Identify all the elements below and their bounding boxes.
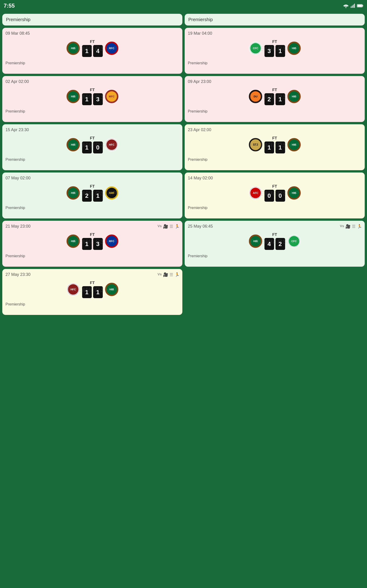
video-icon: 🎥 (163, 272, 168, 277)
score-status: FT (90, 184, 95, 189)
svg-text:AFC: AFC (253, 191, 258, 194)
away-team-logo: MFC (105, 90, 118, 103)
away-score: 2 (275, 238, 285, 250)
card-league: Premiership (6, 302, 179, 306)
score-boxes: 1 0 (82, 141, 103, 153)
matches-container: 09 Mar 08:45 PREMIERSHIP HIB FT 1 4 RFC … (0, 28, 367, 317)
score-area: FT 2 1 (82, 184, 103, 202)
score-status: FT (90, 281, 95, 285)
home-score: 4 (265, 238, 274, 250)
svg-text:HIB: HIB (71, 143, 75, 146)
svg-rect-6 (362, 5, 363, 6)
match-content: PREMIERSHIP CFC FT 3 1 HIB (188, 37, 361, 60)
score-boxes: 4 2 (265, 238, 285, 250)
svg-text:HIB: HIB (253, 240, 258, 242)
svg-text:HIB: HIB (71, 47, 75, 50)
score-area: FT 1 4 (82, 40, 103, 57)
card-league: Premiership (188, 157, 361, 162)
home-score: 1 (82, 45, 92, 57)
match-content: PREMIERSHIP AFC FT 0 0 HIB (188, 182, 361, 205)
card-league: Premiership (6, 206, 179, 210)
away-score: 4 (93, 45, 103, 57)
score-status: FT (90, 233, 95, 237)
video-icon: 🎥 (345, 224, 350, 229)
match-content: PREMIERSHIP HFC FT 1 1 HIB (6, 278, 179, 301)
status-bar: 7:55 (0, 0, 367, 11)
matches-grid: Premiership Premiership (0, 11, 367, 28)
home-team-logo: HIB (67, 234, 80, 248)
score-area: FT 1 0 (82, 136, 103, 153)
card-actions: Vs 🎥 ☰ 🏃 (158, 272, 180, 277)
player-icon: 🏃 (175, 272, 180, 277)
match-card-m5[interactable]: 15 Apr 23:30 PREMIERSHIP HIB FT 1 0 HFC … (2, 124, 182, 170)
home-score: 1 (265, 141, 274, 153)
home-team-logo: HIB (67, 90, 80, 103)
match-date: 15 Apr 23:30 (6, 128, 179, 132)
svg-text:STJ: STJ (253, 143, 258, 146)
match-date: 25 May 06:45 (188, 224, 361, 229)
match-card-m9[interactable]: 21 May 23:00 Vs 🎥 ☰ 🏃 PREMIERSHIP HIB FT… (2, 221, 182, 267)
match-card-m1[interactable]: 09 Mar 08:45 PREMIERSHIP HIB FT 1 4 RFC … (2, 28, 182, 74)
away-score: 0 (275, 190, 285, 202)
match-date: 21 May 23:00 (6, 224, 179, 229)
score-boxes: 1 1 (82, 286, 103, 298)
home-team-logo: HIB (67, 138, 80, 151)
away-team-logo: HIB (287, 138, 301, 151)
player-icon: 🏃 (357, 224, 362, 229)
away-team-logo: HIB (287, 42, 301, 55)
svg-text:MFC: MFC (109, 95, 115, 98)
card-league: Premiership (188, 206, 361, 210)
svg-rect-4 (354, 4, 355, 8)
match-date: 19 Mar 04:00 (188, 31, 361, 36)
home-score: 2 (82, 190, 92, 202)
lineup-icon: ☰ (169, 272, 173, 277)
card-league: Premiership (188, 254, 361, 258)
away-team-logo: RFC (105, 42, 118, 55)
svg-text:RFC: RFC (109, 47, 115, 50)
match-card-m10[interactable]: 25 May 06:45 Vs 🎥 ☰ 🏃 PREMIERSHIP HIB FT… (185, 221, 365, 267)
away-team-logo: CFC (287, 234, 301, 248)
score-boxes: 3 1 (265, 45, 285, 57)
match-card-m2[interactable]: 19 Mar 04:00 PREMIERSHIP CFC FT 3 1 HIB … (185, 28, 365, 74)
score-area: FT 0 0 (265, 184, 285, 202)
svg-text:HIB: HIB (292, 143, 296, 146)
match-date: 09 Mar 08:45 (6, 31, 179, 36)
score-boxes: 1 4 (82, 45, 103, 57)
score-boxes: 1 1 (265, 141, 285, 153)
match-date: 02 Apr 02:00 (6, 79, 179, 84)
match-card-m8[interactable]: 14 May 02:00 PREMIERSHIP AFC FT 0 0 HIB … (185, 173, 365, 218)
match-card-m11[interactable]: 27 May 23:30 Vs 🎥 ☰ 🏃 PREMIERSHIP HFC FT… (2, 269, 182, 315)
svg-text:HFC: HFC (109, 143, 115, 146)
home-score: 1 (82, 238, 92, 250)
battery-icon (357, 4, 363, 8)
away-score: 1 (93, 286, 103, 298)
header-card-left: Premiership (2, 14, 182, 26)
card-league: Premiership (188, 109, 361, 113)
match-content: PREMIERSHIP HIB FT 1 4 RFC (6, 37, 179, 60)
match-card-m4[interactable]: 09 Apr 23:00 PREMIERSHIP DU FT 2 1 HIB P… (185, 76, 365, 122)
match-content: PREMIERSHIP HIB FT 4 2 CFC (188, 230, 361, 253)
status-time: 7:55 (4, 2, 15, 9)
away-team-logo: HIB (287, 90, 301, 103)
svg-text:HIB: HIB (109, 288, 114, 291)
card-actions: Vs 🎥 ☰ 🏃 (158, 224, 180, 229)
home-score: 3 (265, 45, 274, 57)
score-status: FT (272, 233, 277, 237)
svg-text:HIB: HIB (71, 191, 75, 194)
card-league: Premiership (6, 61, 179, 65)
match-card-m6[interactable]: 23 Apr 02:00 PREMIERSHIP STJ FT 1 1 HIB … (185, 124, 365, 170)
away-score: 3 (93, 238, 103, 250)
score-area: FT 1 3 (82, 88, 103, 105)
score-status: FT (90, 136, 95, 141)
player-icon: 🏃 (175, 224, 180, 229)
svg-rect-2 (352, 6, 352, 8)
match-card-m3[interactable]: 02 Apr 02:00 PREMIERSHIP HIB FT 1 3 MFC … (2, 76, 182, 122)
score-boxes: 1 3 (82, 93, 103, 105)
score-area: FT 1 3 (82, 233, 103, 250)
match-card-m7[interactable]: 07 May 02:00 PREMIERSHIP HIB FT 2 1 SMF … (2, 173, 182, 218)
svg-text:HIB: HIB (292, 47, 296, 50)
status-icons (343, 3, 363, 8)
score-status: FT (272, 88, 277, 92)
away-team-logo: SMF (105, 186, 118, 199)
card-league: Premiership (188, 61, 361, 65)
